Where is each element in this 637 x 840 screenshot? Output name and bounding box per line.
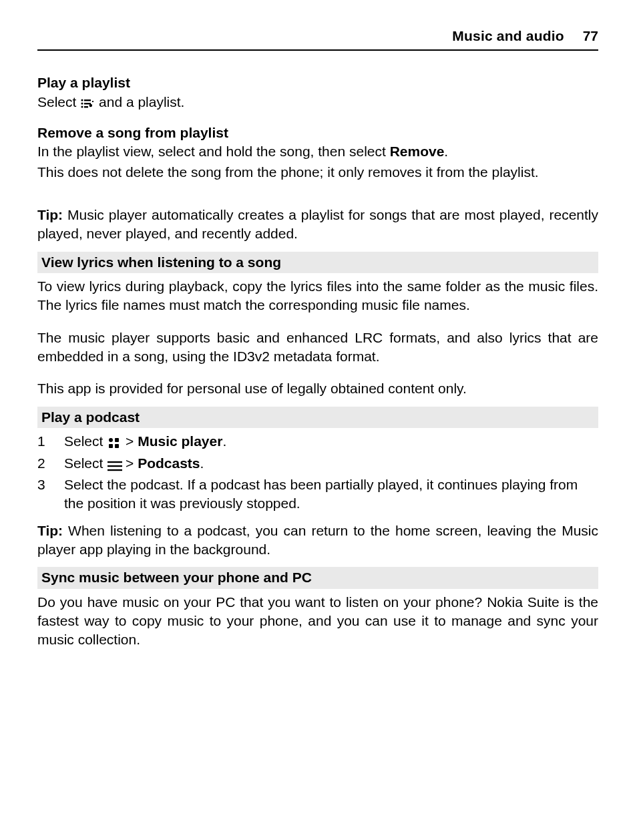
podcasts-label: Podcasts xyxy=(138,455,200,471)
step-number: 2 xyxy=(37,454,64,473)
list-item: 2 Select > Podcasts. xyxy=(37,454,598,474)
step-body: Select the podcast. If a podcast has bee… xyxy=(64,475,598,513)
section-bar-podcast: Play a podcast xyxy=(37,407,598,428)
svg-rect-9 xyxy=(115,444,119,448)
text-fragment: Select xyxy=(64,455,107,471)
play-playlist-line: Select and a playlist. xyxy=(37,93,598,113)
lyrics-p1: To view lyrics during playback, copy the… xyxy=(37,277,598,315)
text-fragment: and a playlist. xyxy=(95,94,184,110)
text-fragment: . xyxy=(200,455,204,471)
remove-label: Remove xyxy=(390,144,445,159)
list-item: 1 Select > Music player. xyxy=(37,432,598,452)
podcast-steps: 1 Select > Music player. 2 Select > Podc… xyxy=(37,432,598,513)
svg-rect-4 xyxy=(84,103,91,104)
page: Music and audio 77 Play a playlist Selec… xyxy=(0,0,637,680)
heading-play-playlist: Play a playlist xyxy=(37,73,598,92)
svg-point-6 xyxy=(109,438,113,442)
music-player-label: Music player xyxy=(138,433,222,449)
text-fragment: > xyxy=(122,455,138,471)
tip-podcast-background: Tip: When listening to a podcast, you ca… xyxy=(37,521,598,560)
list-item: 3 Select the podcast. If a podcast has b… xyxy=(37,475,598,513)
svg-rect-3 xyxy=(84,99,91,101)
svg-point-1 xyxy=(81,102,83,104)
text-fragment: Select xyxy=(37,94,80,110)
tip-text: When listening to a podcast, you can ret… xyxy=(37,523,598,557)
step-number: 1 xyxy=(37,432,64,451)
svg-point-2 xyxy=(81,106,83,108)
step-body: Select > Music player. xyxy=(64,432,598,452)
page-header: Music and audio 77 xyxy=(37,27,598,51)
svg-point-0 xyxy=(81,99,83,101)
remove-song-p2: This does not delete the song from the p… xyxy=(37,163,598,182)
text-fragment: . xyxy=(444,144,448,159)
svg-rect-8 xyxy=(109,444,113,448)
svg-rect-7 xyxy=(115,438,119,442)
text-fragment: In the playlist view, select and hold th… xyxy=(37,144,390,159)
text-fragment: > xyxy=(122,433,138,449)
apps-grid-icon xyxy=(107,433,122,452)
section-bar-sync: Sync music between your phone and PC xyxy=(37,567,598,588)
tip-label: Tip: xyxy=(37,523,63,538)
text-fragment: . xyxy=(222,433,226,449)
sync-p1: Do you have music on your PC that you wa… xyxy=(37,593,598,650)
tip-label: Tip: xyxy=(37,207,63,222)
lyrics-p3: This app is provided for personal use of… xyxy=(37,379,598,398)
svg-rect-5 xyxy=(84,106,88,108)
playlist-icon xyxy=(80,94,95,113)
tip-auto-playlist: Tip: Music player automatically creates … xyxy=(37,206,598,244)
lyrics-p2: The music player supports basic and enha… xyxy=(37,329,598,367)
menu-lines-icon xyxy=(107,455,122,474)
tip-text: Music player automatically creates a pla… xyxy=(37,207,598,241)
step-number: 3 xyxy=(37,475,64,494)
heading-remove-song: Remove a song from playlist xyxy=(37,124,598,142)
remove-song-p1: In the playlist view, select and hold th… xyxy=(37,142,598,161)
header-title: Music and audio xyxy=(452,28,564,43)
text-fragment: Select xyxy=(64,433,107,449)
page-number: 77 xyxy=(583,28,598,43)
step-body: Select > Podcasts. xyxy=(64,454,598,474)
section-bar-lyrics: View lyrics when listening to a song xyxy=(37,252,598,273)
